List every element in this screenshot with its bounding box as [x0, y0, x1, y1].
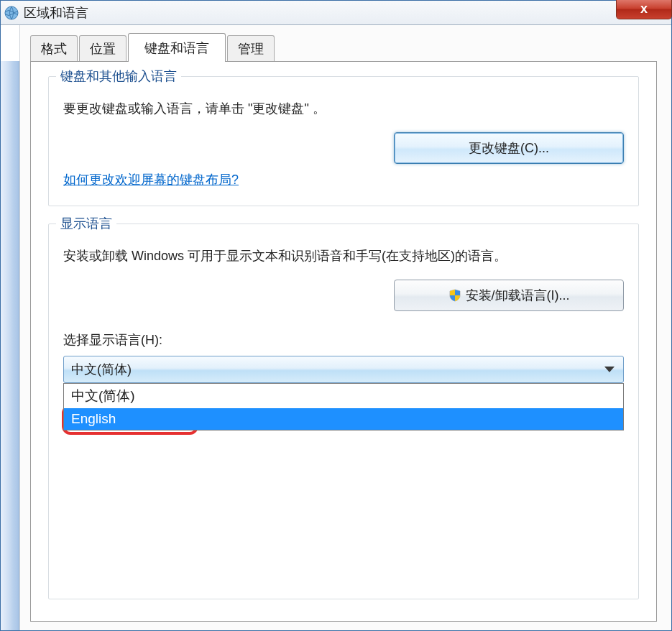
display-group-legend: 显示语言: [56, 215, 116, 232]
dialog-surface: 格式 位置 键盘和语言 管理 键盘和其他输入语言 要更改键盘或输入语言，请单击 …: [19, 25, 671, 630]
chevron-down-icon: [604, 367, 615, 372]
install-uninstall-label: 安装/卸载语言(I)...: [466, 287, 570, 304]
keyboard-input-group: 键盘和其他输入语言 要更改键盘或输入语言，请单击 "更改键盘" 。 更改键盘(C…: [48, 76, 639, 206]
window-title: 区域和语言: [24, 4, 88, 22]
globe-icon: [4, 5, 19, 21]
svg-point-0: [5, 6, 18, 19]
combobox-selected-value: 中文(简体): [71, 361, 132, 378]
display-group-description: 安装或卸载 Windows 可用于显示文本和识别语音和手写(在支持地区)的语言。: [63, 246, 624, 267]
dropdown-option-english[interactable]: English: [64, 408, 623, 430]
display-language-dropdown: 中文(简体) English: [63, 383, 624, 430]
install-uninstall-language-button[interactable]: 安装/卸载语言(I)...: [394, 280, 624, 311]
select-display-language-label: 选择显示语言(H):: [63, 331, 624, 349]
tab-strip: 格式 位置 键盘和语言 管理: [30, 35, 657, 61]
tab-keyboard-language[interactable]: 键盘和语言: [128, 33, 226, 62]
left-frame-accent: [1, 61, 19, 630]
dropdown-option-chinese-simplified[interactable]: 中文(简体): [64, 384, 623, 408]
change-keyboard-button[interactable]: 更改键盘(C)...: [394, 132, 624, 164]
welcome-screen-layout-link[interactable]: 如何更改欢迎屏幕的键盘布局?: [63, 172, 239, 187]
region-language-dialog: 区域和语言 x 格式 位置 键盘和语言 管理 键盘和其他输入语言 要更改键盘或输…: [0, 0, 672, 631]
display-language-group: 显示语言 安装或卸载 Windows 可用于显示文本和识别语音和手写(在支持地区…: [48, 224, 639, 599]
titlebar: 区域和语言 x: [1, 1, 671, 25]
keyboard-group-description: 要更改键盘或输入语言，请单击 "更改键盘" 。: [63, 98, 624, 119]
uac-shield-icon: [448, 289, 461, 302]
client-area: 格式 位置 键盘和语言 管理 键盘和其他输入语言 要更改键盘或输入语言，请单击 …: [1, 25, 671, 630]
tab-admin[interactable]: 管理: [227, 35, 275, 61]
keyboard-group-legend: 键盘和其他输入语言: [56, 68, 181, 85]
tab-panel-keyboard-language: 键盘和其他输入语言 要更改键盘或输入语言，请单击 "更改键盘" 。 更改键盘(C…: [30, 61, 657, 622]
tab-format[interactable]: 格式: [30, 35, 78, 61]
close-icon: x: [640, 1, 648, 17]
display-language-combobox[interactable]: 中文(简体): [63, 356, 624, 383]
tab-location[interactable]: 位置: [79, 35, 126, 61]
change-keyboard-label: 更改键盘(C)...: [469, 139, 549, 157]
close-button[interactable]: x: [616, 0, 672, 19]
display-language-combo-wrap: 中文(简体) 中文(简体) English: [63, 356, 624, 383]
